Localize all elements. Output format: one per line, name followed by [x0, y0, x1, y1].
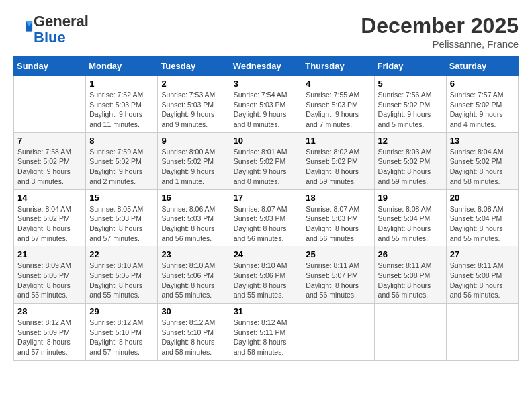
- day-info: Sunrise: 7:59 AM Sunset: 5:02 PM Dayligh…: [89, 147, 154, 187]
- day-number: 10: [234, 136, 299, 146]
- calendar-cell: 8Sunrise: 7:59 AM Sunset: 5:02 PM Daylig…: [86, 132, 158, 189]
- day-info: Sunrise: 7:52 AM Sunset: 5:03 PM Dayligh…: [89, 90, 154, 130]
- month-title: December 2025: [361, 13, 519, 38]
- day-number: 31: [234, 306, 299, 316]
- calendar-cell: 14Sunrise: 8:04 AM Sunset: 5:02 PM Dayli…: [14, 189, 86, 246]
- calendar-cell: 20Sunrise: 8:08 AM Sunset: 5:04 PM Dayli…: [446, 189, 518, 246]
- page-header: General Blue December 2025 Pelissanne, F…: [13, 13, 519, 50]
- day-number: 22: [89, 249, 154, 259]
- day-info: Sunrise: 8:00 AM Sunset: 5:02 PM Dayligh…: [161, 147, 226, 187]
- calendar-header-row: SundayMondayTuesdayWednesdayThursdayFrid…: [14, 57, 519, 76]
- day-info: Sunrise: 7:54 AM Sunset: 5:03 PM Dayligh…: [234, 90, 299, 130]
- calendar-cell: 4Sunrise: 7:55 AM Sunset: 5:03 PM Daylig…: [302, 76, 374, 133]
- day-number: 24: [234, 249, 299, 259]
- day-number: 21: [17, 249, 82, 259]
- calendar-cell: 5Sunrise: 7:56 AM Sunset: 5:02 PM Daylig…: [374, 76, 446, 133]
- calendar-cell: 13Sunrise: 8:04 AM Sunset: 5:02 PM Dayli…: [446, 132, 518, 189]
- day-info: Sunrise: 8:08 AM Sunset: 5:04 PM Dayligh…: [378, 204, 443, 244]
- calendar-cell: 28Sunrise: 8:12 AM Sunset: 5:09 PM Dayli…: [14, 304, 86, 361]
- calendar-cell: 16Sunrise: 8:06 AM Sunset: 5:03 PM Dayli…: [158, 189, 230, 246]
- calendar-cell: 25Sunrise: 8:11 AM Sunset: 5:07 PM Dayli…: [302, 246, 374, 304]
- day-number: 20: [450, 193, 515, 203]
- calendar-cell: 22Sunrise: 8:10 AM Sunset: 5:05 PM Dayli…: [86, 246, 158, 304]
- day-info: Sunrise: 7:58 AM Sunset: 5:02 PM Dayligh…: [17, 147, 82, 187]
- day-number: 27: [450, 249, 515, 259]
- day-info: Sunrise: 8:01 AM Sunset: 5:02 PM Dayligh…: [234, 147, 299, 187]
- day-info: Sunrise: 7:57 AM Sunset: 5:02 PM Dayligh…: [450, 90, 515, 130]
- calendar-week-3: 14Sunrise: 8:04 AM Sunset: 5:02 PM Dayli…: [14, 189, 519, 246]
- logo: General Blue: [13, 13, 89, 46]
- calendar-cell: 31Sunrise: 8:12 AM Sunset: 5:11 PM Dayli…: [230, 304, 302, 361]
- calendar-cell: [302, 304, 374, 361]
- day-info: Sunrise: 8:10 AM Sunset: 5:06 PM Dayligh…: [234, 261, 299, 300]
- calendar-cell: 18Sunrise: 8:07 AM Sunset: 5:03 PM Dayli…: [302, 189, 374, 246]
- calendar-cell: 10Sunrise: 8:01 AM Sunset: 5:02 PM Dayli…: [230, 132, 302, 189]
- calendar-cell: 19Sunrise: 8:08 AM Sunset: 5:04 PM Dayli…: [374, 189, 446, 246]
- day-info: Sunrise: 8:07 AM Sunset: 5:03 PM Dayligh…: [234, 204, 299, 244]
- calendar-cell: [374, 304, 446, 361]
- day-info: Sunrise: 8:10 AM Sunset: 5:06 PM Dayligh…: [161, 261, 226, 300]
- day-info: Sunrise: 8:03 AM Sunset: 5:02 PM Dayligh…: [378, 147, 443, 187]
- day-info: Sunrise: 8:11 AM Sunset: 5:07 PM Dayligh…: [306, 261, 370, 300]
- day-header-sunday: Sunday: [14, 57, 86, 76]
- calendar-cell: 9Sunrise: 8:00 AM Sunset: 5:02 PM Daylig…: [158, 132, 230, 189]
- day-info: Sunrise: 8:11 AM Sunset: 5:08 PM Dayligh…: [378, 261, 443, 300]
- calendar-cell: 23Sunrise: 8:10 AM Sunset: 5:06 PM Dayli…: [158, 246, 230, 304]
- day-number: 16: [161, 193, 226, 203]
- day-header-wednesday: Wednesday: [230, 57, 302, 76]
- day-number: 5: [378, 79, 443, 89]
- day-number: 25: [306, 249, 370, 259]
- calendar-cell: 24Sunrise: 8:10 AM Sunset: 5:06 PM Dayli…: [230, 246, 302, 304]
- calendar-cell: 30Sunrise: 8:12 AM Sunset: 5:10 PM Dayli…: [158, 304, 230, 361]
- day-number: 3: [234, 79, 299, 89]
- day-number: 8: [89, 136, 154, 146]
- day-info: Sunrise: 8:09 AM Sunset: 5:05 PM Dayligh…: [17, 261, 82, 300]
- logo-general: General: [34, 13, 89, 30]
- calendar-week-1: 1Sunrise: 7:52 AM Sunset: 5:03 PM Daylig…: [14, 76, 519, 133]
- calendar-cell: 12Sunrise: 8:03 AM Sunset: 5:02 PM Dayli…: [374, 132, 446, 189]
- day-number: 4: [306, 79, 370, 89]
- calendar-cell: [14, 76, 86, 133]
- day-number: 2: [161, 79, 226, 89]
- day-number: 26: [378, 249, 443, 259]
- day-info: Sunrise: 7:55 AM Sunset: 5:03 PM Dayligh…: [306, 90, 370, 130]
- day-info: Sunrise: 8:08 AM Sunset: 5:04 PM Dayligh…: [450, 204, 515, 244]
- calendar-cell: 1Sunrise: 7:52 AM Sunset: 5:03 PM Daylig…: [86, 76, 158, 133]
- logo-text: General Blue: [34, 13, 89, 46]
- logo-icon: [15, 19, 34, 38]
- day-header-thursday: Thursday: [302, 57, 374, 76]
- calendar-cell: 2Sunrise: 7:53 AM Sunset: 5:03 PM Daylig…: [158, 76, 230, 133]
- day-info: Sunrise: 8:11 AM Sunset: 5:08 PM Dayligh…: [450, 261, 515, 300]
- calendar-table: SundayMondayTuesdayWednesdayThursdayFrid…: [13, 56, 519, 361]
- day-info: Sunrise: 8:04 AM Sunset: 5:02 PM Dayligh…: [17, 204, 82, 244]
- calendar-cell: 7Sunrise: 7:58 AM Sunset: 5:02 PM Daylig…: [14, 132, 86, 189]
- day-number: 23: [161, 249, 226, 259]
- day-number: 9: [161, 136, 226, 146]
- calendar-cell: [446, 304, 518, 361]
- calendar-body: 1Sunrise: 7:52 AM Sunset: 5:03 PM Daylig…: [14, 76, 519, 361]
- calendar-cell: 29Sunrise: 8:12 AM Sunset: 5:10 PM Dayli…: [86, 304, 158, 361]
- calendar-cell: 6Sunrise: 7:57 AM Sunset: 5:02 PM Daylig…: [446, 76, 518, 133]
- day-header-monday: Monday: [86, 57, 158, 76]
- day-number: 12: [378, 136, 443, 146]
- day-info: Sunrise: 8:10 AM Sunset: 5:05 PM Dayligh…: [89, 261, 154, 300]
- day-header-tuesday: Tuesday: [158, 57, 230, 76]
- day-number: 7: [17, 136, 82, 146]
- day-number: 6: [450, 79, 515, 89]
- day-number: 14: [17, 193, 82, 203]
- day-info: Sunrise: 7:56 AM Sunset: 5:02 PM Dayligh…: [378, 90, 443, 130]
- calendar-cell: 17Sunrise: 8:07 AM Sunset: 5:03 PM Dayli…: [230, 189, 302, 246]
- calendar-cell: 11Sunrise: 8:02 AM Sunset: 5:02 PM Dayli…: [302, 132, 374, 189]
- day-number: 1: [89, 79, 154, 89]
- calendar-cell: 15Sunrise: 8:05 AM Sunset: 5:03 PM Dayli…: [86, 189, 158, 246]
- calendar-week-2: 7Sunrise: 7:58 AM Sunset: 5:02 PM Daylig…: [14, 132, 519, 189]
- calendar-cell: 27Sunrise: 8:11 AM Sunset: 5:08 PM Dayli…: [446, 246, 518, 304]
- title-block: December 2025 Pelissanne, France: [361, 13, 519, 50]
- day-number: 30: [161, 306, 226, 316]
- day-number: 11: [306, 136, 370, 146]
- day-info: Sunrise: 8:12 AM Sunset: 5:10 PM Dayligh…: [89, 318, 154, 357]
- calendar-cell: 26Sunrise: 8:11 AM Sunset: 5:08 PM Dayli…: [374, 246, 446, 304]
- day-info: Sunrise: 7:53 AM Sunset: 5:03 PM Dayligh…: [161, 90, 226, 130]
- logo-blue: Blue: [34, 29, 66, 46]
- day-number: 19: [378, 193, 443, 203]
